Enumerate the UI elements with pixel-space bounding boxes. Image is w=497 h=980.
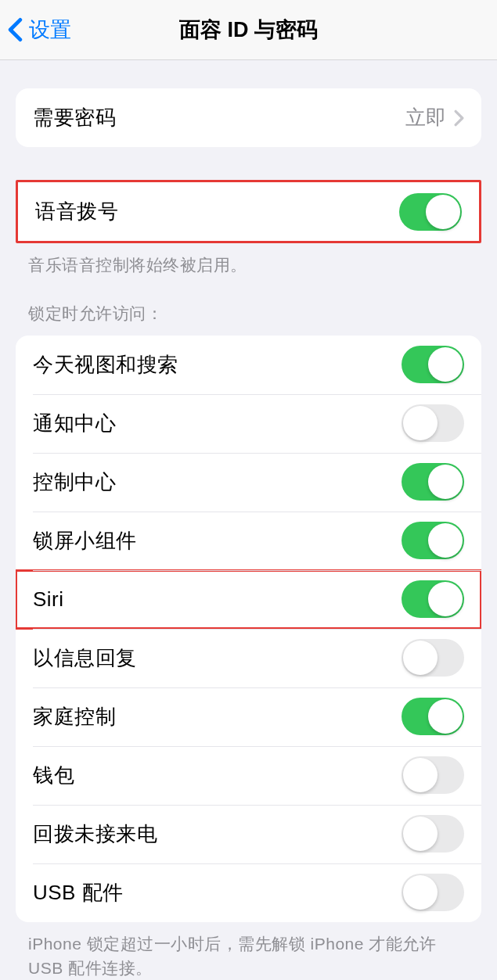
chevron-right-icon: [454, 109, 464, 127]
locked-access-item-label: 通知中心: [33, 410, 116, 437]
locked-access-item-label: USB 配件: [33, 879, 124, 906]
passcode-group: 需要密码 立即: [16, 88, 481, 147]
locked-access-row: 今天视图和搜索: [16, 336, 481, 394]
locked-access-row: 控制中心: [16, 453, 481, 512]
locked-access-row: Siri: [16, 570, 481, 629]
locked-access-toggle[interactable]: [402, 580, 464, 618]
locked-access-row: 通知中心: [16, 394, 481, 453]
chevron-left-icon: [8, 17, 23, 42]
locked-access-group: 今天视图和搜索通知中心控制中心锁屏小组件Siri以信息回复家庭控制钱包回拨未接来…: [16, 336, 481, 922]
locked-access-row: 家庭控制: [16, 687, 481, 746]
locked-access-row: USB 配件: [16, 863, 481, 922]
locked-access-item-label: 回拨未接来电: [33, 820, 157, 848]
voice-dial-footer: 音乐语音控制将始终被启用。: [0, 243, 497, 278]
locked-access-toggle[interactable]: [402, 874, 464, 911]
locked-access-toggle[interactable]: [402, 698, 464, 735]
locked-access-header: 锁定时允许访问：: [0, 278, 497, 332]
locked-access-item-label: Siri: [33, 587, 64, 612]
page-title: 面容 ID 与密码: [179, 16, 318, 44]
locked-access-item-label: 以信息回复: [33, 644, 137, 672]
locked-access-footer: iPhone 锁定超过一小时后，需先解锁 iPhone 才能允许 USB 配件连…: [0, 922, 497, 981]
nav-header: 设置 面容 ID 与密码: [0, 0, 497, 60]
locked-access-toggle[interactable]: [402, 463, 464, 501]
back-label: 设置: [29, 16, 71, 44]
require-passcode-value: 立即: [405, 104, 446, 131]
locked-access-item-label: 今天视图和搜索: [33, 351, 178, 379]
locked-access-toggle[interactable]: [402, 639, 464, 677]
voice-dial-row: 语音拨号: [18, 182, 479, 241]
locked-access-item-label: 锁屏小组件: [33, 527, 137, 555]
back-button[interactable]: 设置: [0, 16, 71, 44]
voice-dial-toggle[interactable]: [399, 193, 462, 231]
locked-access-row: 钱包: [16, 746, 481, 805]
voice-dial-group: 语音拨号: [16, 180, 481, 243]
locked-access-row: 回拨未接来电: [16, 805, 481, 863]
require-passcode-label: 需要密码: [33, 104, 116, 131]
voice-dial-label: 语音拨号: [35, 198, 118, 225]
locked-access-toggle[interactable]: [402, 522, 464, 559]
locked-access-toggle[interactable]: [402, 346, 464, 383]
require-passcode-row[interactable]: 需要密码 立即: [16, 88, 481, 147]
locked-access-item-label: 家庭控制: [33, 703, 116, 731]
locked-access-toggle[interactable]: [402, 756, 464, 794]
locked-access-toggle[interactable]: [402, 404, 464, 442]
locked-access-item-label: 钱包: [33, 762, 74, 789]
locked-access-toggle[interactable]: [402, 815, 464, 853]
locked-access-item-label: 控制中心: [33, 468, 116, 496]
locked-access-row: 锁屏小组件: [16, 512, 481, 570]
locked-access-row: 以信息回复: [16, 629, 481, 687]
